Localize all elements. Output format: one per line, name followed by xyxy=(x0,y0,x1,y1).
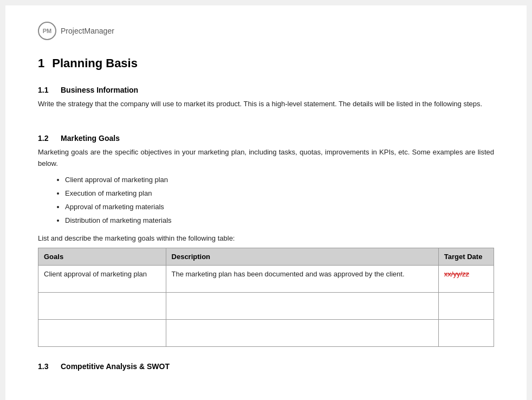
list-item: Distribution of marketing materials xyxy=(65,215,494,227)
column-header-target-date: Target Date xyxy=(438,248,494,265)
subsection-1-3-number: 1.3 xyxy=(38,362,53,371)
subsection-1-2: 1.2 Marketing Goals Marketing goals are … xyxy=(38,134,494,347)
table-cell-goal xyxy=(38,292,166,319)
table-cell-description: The marketing plan has been documented a… xyxy=(166,265,438,292)
goals-table: Goals Description Target Date Client app… xyxy=(38,248,494,347)
subsection-1-2-number: 1.2 xyxy=(38,134,53,143)
table-intro: List and describe the marketing goals wi… xyxy=(38,234,494,242)
list-item: Execution of marketing plan xyxy=(65,188,494,199)
column-header-goals: Goals xyxy=(38,248,166,265)
subsection-1-2-header: 1.2 Marketing Goals xyxy=(38,134,494,143)
section-number: 1 xyxy=(38,56,44,70)
date-strikethrough: xx/yy/zz xyxy=(444,270,469,278)
main-section-1: 1 Planning Basis xyxy=(38,56,494,70)
column-header-description: Description xyxy=(166,248,438,265)
subsection-1-1-number: 1.1 xyxy=(38,86,53,94)
table-row: Client approval of marketing plan The ma… xyxy=(38,265,494,292)
subsection-1-2-title: Marketing Goals xyxy=(61,134,120,143)
section-header: 1 Planning Basis xyxy=(38,56,494,70)
section-title: Planning Basis xyxy=(52,56,138,70)
table-cell-date xyxy=(438,319,494,346)
table-row xyxy=(38,292,494,319)
subsection-1-1: 1.1 Business Information Write the strat… xyxy=(38,86,494,110)
document-header: PM ProjectManager xyxy=(38,22,494,40)
subsection-1-1-body: Write the strategy that the company will… xyxy=(38,99,494,110)
subsection-1-2-body: Marketing goals are the specific objecti… xyxy=(38,147,494,170)
subsection-1-1-header: 1.1 Business Information xyxy=(38,86,494,94)
subsection-1-1-title: Business Information xyxy=(61,86,138,94)
document-page: PM ProjectManager 1 Planning Basis 1.1 B… xyxy=(5,5,527,400)
subsection-1-3: 1.3 Competitive Analysis & SWOT xyxy=(38,362,494,371)
table-cell-date xyxy=(438,292,494,319)
table-header-row: Goals Description Target Date xyxy=(38,248,494,265)
subsection-1-3-header: 1.3 Competitive Analysis & SWOT xyxy=(38,362,494,371)
list-item: Client approval of marketing plan xyxy=(65,175,494,186)
table-row xyxy=(38,319,494,346)
subsection-1-3-title: Competitive Analysis & SWOT xyxy=(61,362,170,371)
brand-name: ProjectManager xyxy=(61,27,114,35)
table-cell-description xyxy=(166,319,438,346)
list-item: Approval of marketing materials xyxy=(65,202,494,213)
table-cell-description xyxy=(166,292,438,319)
table-cell-goal: Client approval of marketing plan xyxy=(38,265,166,292)
table-cell-date: xx/yy/zz xyxy=(438,265,494,292)
table-cell-goal xyxy=(38,319,166,346)
marketing-goals-list: Client approval of marketing plan Execut… xyxy=(65,175,494,226)
logo-icon: PM xyxy=(38,22,56,40)
